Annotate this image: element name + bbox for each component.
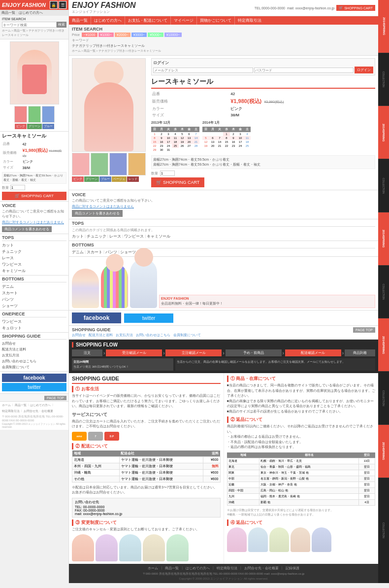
cal-title-1: 2013年 12月 (151, 120, 199, 125)
price-filter-2[interactable]: ¥1000~ (98, 33, 114, 37)
price-filter-5[interactable]: ¥5000~ (148, 33, 163, 37)
thumb-2[interactable] (91, 153, 108, 175)
facebook-btn-main[interactable]: facebook (72, 312, 121, 323)
guide-link-member[interactable]: 会員制度について (173, 333, 201, 338)
guide-link-inquiry[interactable]: お問い合わせはこちら (136, 333, 170, 338)
color-tab-blue[interactable]: ブルー (42, 124, 54, 129)
bottoms-item-4[interactable]: ショーツ (2, 304, 18, 308)
cart-btn-product[interactable]: 🛒 SHOPPING CART (151, 177, 204, 187)
tops-item-1[interactable]: カット (2, 243, 14, 247)
footer-link-4[interactable]: 特定商取引法 (217, 566, 237, 571)
search-button[interactable]: 検索 (57, 22, 66, 28)
page-top-btn-left[interactable]: PAGE TOP (44, 396, 66, 400)
add-review-btn-left[interactable]: 商品コメントを書きあわせる (2, 226, 52, 232)
tops-item-5[interactable]: キャミソール (2, 269, 26, 273)
onepiece-item-2[interactable]: キュロット (2, 326, 22, 330)
footer-link-list-left[interactable]: 商品一覧 (15, 403, 27, 408)
model-1 (72, 269, 99, 308)
flow-arrow-5: › (342, 350, 344, 356)
main-nav-intro[interactable]: はじめての方へ (91, 16, 125, 25)
cart-btn-main[interactable]: 🛒 SHOPPING CART (336, 5, 375, 11)
tops-link-1[interactable]: カット (72, 234, 84, 239)
strip-text-9: 2014SPRING (382, 442, 385, 460)
bottoms-item-1[interactable]: デニム (2, 284, 14, 289)
price-filter-4[interactable]: ¥3000~ (131, 33, 147, 37)
onepiece-item-1[interactable]: ワンピース (2, 319, 22, 324)
twitter-btn-main[interactable]: twitter (124, 313, 173, 323)
bottoms-link-1[interactable]: デニム (72, 249, 84, 255)
login-submit[interactable]: ログイン (355, 67, 373, 73)
add-review-btn-main[interactable]: 商品コメントを書きあわせる (72, 210, 123, 217)
facebook-btn-left[interactable]: facebook (2, 374, 66, 382)
main-nav-mypage[interactable]: マイページ (171, 16, 197, 25)
footer-link-about-left[interactable]: お問合せ先・会社概要 (24, 409, 53, 414)
price-filter-6[interactable]: ¥10000~ (164, 33, 182, 37)
product-name-left: レースキャミソール (2, 133, 66, 139)
time-r6-3: 翌日 (358, 487, 375, 493)
footer-link-home-left[interactable]: ホーム (2, 403, 11, 408)
qty-input-main[interactable] (160, 171, 175, 176)
guide-link-shop[interactable]: お問合せ (72, 333, 86, 338)
footer-link-guide-left[interactable]: はじめての方へ (30, 403, 51, 408)
tops-link-5[interactable]: キャミソール (147, 234, 170, 239)
thumb-blue[interactable] (42, 106, 55, 123)
cart-button-left[interactable]: 🛒 SHOPPING CART (2, 192, 66, 200)
color-tab-pink[interactable]: ピンク (15, 124, 27, 129)
search-input[interactable] (2, 22, 57, 28)
left-nav-top[interactable]: 商品一覧 (0, 10, 17, 16)
tops-link-2[interactable]: チュニック (87, 234, 106, 239)
bottoms-link-4[interactable]: ショーツ (120, 249, 136, 255)
thumb-green[interactable] (28, 106, 41, 123)
guide-link-delivery[interactable]: 配送方法と送料 (89, 333, 113, 338)
color-btn-1[interactable]: ピンク (72, 176, 84, 182)
voice-link-left[interactable]: 商品に対するコメントはまだありません (2, 220, 66, 225)
login-password[interactable] (254, 68, 354, 73)
thumb-1[interactable] (72, 153, 90, 175)
guide-item-1[interactable]: お問合せ (2, 342, 16, 345)
thumb-pink[interactable] (14, 106, 27, 123)
time-r6-2: 広島・岡山・松山 他 (259, 487, 358, 493)
price-filter-3[interactable]: ¥2000~ (115, 33, 130, 37)
tops-item-2[interactable]: チュニック (2, 249, 22, 254)
left-logo: ENJOY FASHION (2, 2, 46, 8)
price-filter-1[interactable]: ~¥1000 (82, 33, 97, 37)
footer-link-3[interactable]: はじめての方へ (186, 566, 210, 571)
bottoms-link-2[interactable]: スカート (87, 249, 102, 255)
main-nav-cart[interactable]: 買物かごについて (197, 16, 235, 25)
guide-link-payment[interactable]: お支払方法 (116, 333, 133, 338)
quantity-input[interactable] (10, 185, 25, 190)
del-row-4-a: その他 (72, 476, 120, 482)
twitter-btn-left[interactable]: twitter (2, 383, 66, 391)
color-btn-2[interactable]: グリーン (84, 176, 99, 182)
color-btn-4[interactable]: ベージュ (112, 176, 127, 182)
footer-link-5[interactable]: お問合せ先・会社概要 (244, 566, 279, 571)
bottoms-item-2[interactable]: スカート (2, 291, 18, 295)
bottoms-item-3[interactable]: パンツ (2, 297, 14, 302)
main-nav-list[interactable]: 商品一覧 (69, 16, 91, 25)
guide-item-3[interactable]: お支払方法 (2, 353, 19, 357)
tops-item-4[interactable]: ワンピース (2, 262, 22, 267)
time-th-3: 翌日 (358, 452, 375, 458)
footer-link-1[interactable]: ホーム (148, 566, 158, 571)
tops-link-3[interactable]: レース (109, 234, 121, 239)
page-top-btn-main[interactable]: PAGE TOP (353, 327, 375, 333)
guide-item-4[interactable]: お問い合わせはこちら (2, 359, 36, 363)
guide-item-2[interactable]: 配送方法と送料 (2, 347, 26, 351)
footer-link-2[interactable]: 商品一覧 (165, 566, 179, 571)
tops-item-3[interactable]: レース (2, 256, 14, 260)
color-btn-3[interactable]: ブルー (99, 176, 111, 182)
voice-link-main[interactable]: 商品に対するコメントはまだありません (72, 204, 375, 209)
main-nav-law[interactable]: 特定商取引法 (235, 16, 264, 25)
footer-link-6[interactable]: 記録保護 (286, 566, 299, 571)
thumb-3[interactable] (109, 153, 127, 175)
login-email[interactable] (153, 68, 253, 73)
footer-link-law-left[interactable]: 特定商取引法 (2, 409, 20, 414)
guide-item-5[interactable]: 会員制度について (2, 365, 30, 369)
thumb-4[interactable] (128, 153, 146, 175)
color-tab-green[interactable]: グリーン (27, 124, 42, 129)
main-nav-delivery[interactable]: お支払・配送について (125, 16, 171, 25)
color-btn-5[interactable]: レッド (127, 176, 139, 182)
item-search-title: ITEM SEARCH (72, 27, 375, 32)
tops-link-4[interactable]: ワンピース (124, 234, 144, 239)
left-nav-guide[interactable]: はじめての方へ (17, 10, 44, 16)
